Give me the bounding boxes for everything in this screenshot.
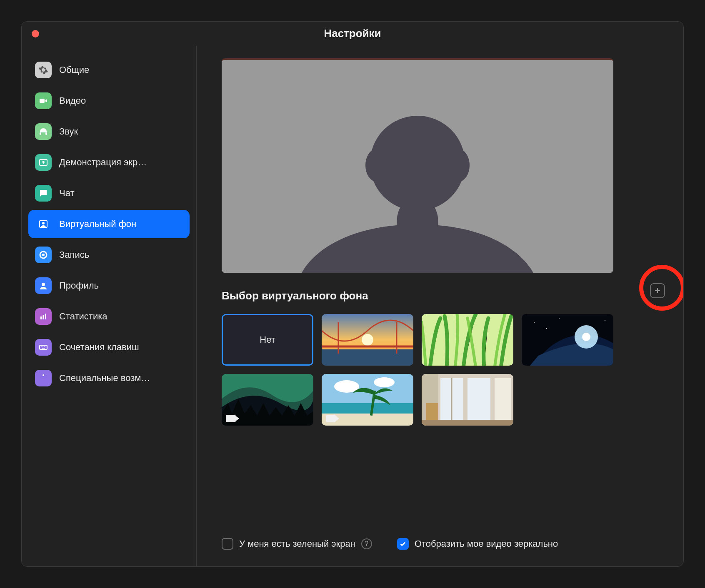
options-row: У меня есть зеленый экран ? Отобразить м… [222, 530, 658, 550]
sidebar-item-label: Специальные возм… [59, 373, 150, 384]
green-screen-checkbox[interactable] [222, 538, 233, 550]
window-controls [32, 30, 39, 37]
svg-point-21 [446, 149, 470, 182]
person-background-icon [35, 216, 52, 232]
svg-rect-0 [40, 99, 45, 103]
svg-point-20 [365, 149, 389, 182]
sidebar-item-label: Видео [59, 95, 86, 106]
green-screen-label: У меня есть зеленый экран [239, 538, 355, 549]
close-window-button[interactable] [32, 30, 39, 37]
sidebar-item-audio[interactable]: Звук [28, 117, 190, 146]
accessibility-icon [35, 370, 52, 386]
record-icon [35, 247, 52, 263]
svg-rect-24 [322, 349, 413, 366]
window-body: Общие Видео Звук Демонстрация экр… [22, 46, 683, 566]
svg-point-15 [44, 346, 45, 347]
settings-window: Настройки Общие Видео Звук [21, 21, 684, 567]
sidebar-item-keyboard-shortcuts[interactable]: Сочетания клавиш [28, 333, 190, 361]
mirror-label: Отобразить мое видео зеркально [415, 538, 558, 549]
svg-rect-1 [40, 132, 41, 135]
background-tile-beach[interactable] [322, 374, 413, 426]
svg-rect-51 [426, 403, 438, 420]
svg-point-42 [374, 377, 395, 387]
sidebar-item-label: Виртуальный фон [59, 219, 136, 229]
background-tile-golden-gate[interactable] [322, 314, 413, 366]
svg-rect-48 [468, 378, 490, 420]
svg-rect-10 [43, 315, 44, 319]
option-mirror: Отобразить мое видео зеркально [397, 538, 558, 550]
sidebar-item-label: Звук [59, 126, 78, 137]
svg-rect-39 [322, 403, 413, 414]
sidebar: Общие Видео Звук Демонстрация экр… [22, 46, 197, 566]
sidebar-item-recording[interactable]: Запись [28, 241, 190, 269]
svg-point-13 [41, 346, 42, 347]
headphones-icon [35, 123, 52, 140]
svg-point-33 [534, 322, 535, 323]
video-preview [222, 58, 613, 273]
svg-point-36 [559, 318, 560, 319]
background-grid: Нет [222, 314, 658, 426]
video-badge-icon [326, 415, 336, 422]
svg-rect-50 [422, 420, 513, 426]
sidebar-item-label: Общие [59, 65, 89, 75]
svg-rect-11 [45, 314, 46, 319]
svg-rect-12 [40, 345, 47, 349]
help-icon[interactable]: ? [361, 538, 372, 549]
svg-point-34 [546, 328, 547, 329]
sidebar-item-screenshare[interactable]: Демонстрация экр… [28, 148, 190, 177]
sidebar-item-accessibility[interactable]: Специальные возм… [28, 364, 190, 392]
svg-point-5 [42, 222, 45, 224]
svg-point-23 [362, 334, 373, 346]
screen-share-icon [35, 154, 52, 171]
keyboard-icon [35, 339, 52, 356]
background-tile-room[interactable] [422, 374, 513, 426]
add-background-button[interactable] [650, 283, 665, 298]
gear-icon [35, 62, 52, 78]
bar-chart-icon [35, 308, 52, 325]
option-green-screen: У меня есть зеленый экран ? [222, 538, 372, 550]
profile-icon [35, 277, 52, 294]
section-header: Выбор виртуального фона [222, 289, 658, 302]
sidebar-item-general[interactable]: Общие [28, 56, 190, 84]
background-tile-aurora[interactable] [222, 374, 313, 426]
main-panel: Выбор виртуального фона Нет [197, 46, 683, 566]
sidebar-item-profile[interactable]: Профиль [28, 272, 190, 300]
sidebar-item-label: Запись [59, 249, 89, 260]
sidebar-item-virtual-background[interactable]: Виртуальный фон [28, 210, 190, 238]
svg-point-17 [42, 374, 44, 376]
svg-point-14 [42, 346, 43, 347]
sidebar-item-label: Чат [59, 188, 75, 199]
svg-point-32 [582, 333, 590, 341]
svg-point-7 [42, 254, 45, 256]
background-none-label: Нет [260, 334, 275, 345]
chat-icon [35, 185, 52, 202]
window-title: Настройки [22, 27, 683, 40]
svg-rect-49 [495, 378, 511, 420]
sidebar-item-video[interactable]: Видео [28, 87, 190, 115]
sidebar-item-label: Сочетания клавиш [59, 342, 139, 353]
background-tile-earth[interactable] [522, 314, 613, 366]
sidebar-item-label: Профиль [59, 280, 99, 291]
sidebar-item-statistics[interactable]: Статистика [28, 302, 190, 331]
svg-point-35 [605, 320, 605, 321]
section-title: Выбор виртуального фона [222, 289, 368, 302]
background-tile-grass[interactable] [422, 314, 513, 366]
background-tile-none[interactable]: Нет [222, 314, 313, 366]
svg-rect-2 [45, 132, 47, 135]
video-icon [35, 92, 52, 109]
svg-point-8 [42, 283, 45, 286]
mirror-checkbox[interactable] [397, 538, 409, 550]
sidebar-item-chat[interactable]: Чат [28, 179, 190, 207]
svg-rect-9 [40, 316, 42, 319]
sidebar-item-label: Демонстрация экр… [59, 157, 147, 168]
titlebar: Настройки [22, 22, 683, 46]
video-badge-icon [226, 415, 236, 422]
svg-rect-16 [42, 348, 45, 349]
sidebar-item-label: Статистика [59, 311, 108, 322]
